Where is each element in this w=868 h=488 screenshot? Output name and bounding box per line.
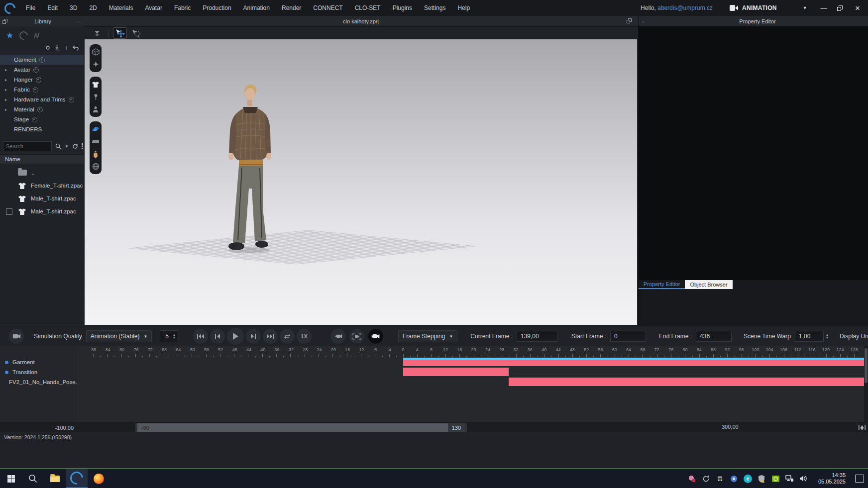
menu-plugins[interactable]: Plugins: [387, 0, 418, 16]
tab-object-browser[interactable]: Object Browser: [685, 280, 732, 289]
clo-library-icon[interactable]: [18, 30, 30, 42]
n-library-icon[interactable]: N: [34, 32, 39, 40]
add-icon[interactable]: +: [64, 44, 68, 52]
library-section-renders[interactable]: RENDERS: [0, 124, 84, 134]
tray-calculator-icon[interactable]: [716, 475, 724, 483]
scene-time-warp-spinner[interactable]: ▲▼: [826, 333, 829, 339]
timeline-vertical-scrollbar[interactable]: [864, 346, 868, 422]
minimize-button[interactable]: —: [820, 4, 827, 12]
turntable-record-icon[interactable]: [330, 329, 345, 344]
refresh-icon[interactable]: [72, 143, 78, 149]
menu-avatar[interactable]: Avatar: [139, 0, 168, 16]
play-button[interactable]: [227, 328, 244, 345]
fabric-icon[interactable]: [90, 123, 102, 135]
quality-steps-spinner[interactable]: 5▲▼: [160, 330, 178, 342]
previous-frame-button[interactable]: [210, 329, 225, 344]
loop-playback-button[interactable]: [280, 329, 295, 344]
download-icon[interactable]: [54, 45, 60, 51]
menu-fabric[interactable]: Fabric: [168, 0, 197, 16]
tray-eset-icon[interactable]: e: [744, 475, 752, 483]
file-row-[interactable]: ..: [0, 166, 84, 179]
menu-animation[interactable]: Animation: [237, 0, 276, 16]
library-collapse-icon[interactable]: ←: [76, 18, 84, 24]
track-area[interactable]: -88-84-80-76-72-68-64-60-56-52-48-44-40-…: [77, 346, 864, 422]
capture-area-icon[interactable]: [349, 329, 364, 344]
mode-switcher[interactable]: ANIMATION ▼: [730, 4, 807, 11]
gravity-drop-tool[interactable]: [91, 28, 104, 38]
menu-2d[interactable]: 2D: [83, 0, 103, 16]
close-button[interactable]: ✕: [854, 4, 861, 12]
search-input[interactable]: [3, 141, 52, 151]
undo-icon[interactable]: [73, 45, 79, 50]
restore-button[interactable]: [837, 5, 844, 11]
taskbar-search-button[interactable]: [22, 469, 44, 488]
library-section-fabric[interactable]: ▸Fabric: [0, 85, 84, 95]
library-section-garment[interactable]: Garment: [0, 55, 84, 65]
select-move-tool[interactable]: [113, 27, 127, 39]
clo-app-button[interactable]: [66, 469, 88, 488]
sparkle-icon[interactable]: [90, 59, 102, 70]
library-section-material[interactable]: ▸Material: [0, 104, 84, 114]
tray-nvidia-icon[interactable]: [771, 475, 780, 483]
file-row-male-t-shirt-zpac[interactable]: Male_T-shirt.zpac: [0, 205, 84, 218]
tab-property-editor[interactable]: Property Editor: [639, 280, 685, 289]
fit-timeline-button[interactable]: [856, 422, 868, 433]
start-button[interactable]: [0, 469, 22, 488]
lasso-select-tool[interactable]: [130, 28, 143, 38]
favorites-star-icon[interactable]: ★: [6, 30, 13, 41]
animation-bar-garment[interactable]: [403, 358, 864, 366]
tray-app-pink-icon[interactable]: [688, 475, 696, 483]
menu-file[interactable]: File: [20, 0, 41, 16]
menu-materials[interactable]: Materials: [103, 0, 139, 16]
current-frame-input[interactable]: [517, 331, 557, 342]
jump-to-end-button[interactable]: [263, 329, 278, 344]
mannequin-icon[interactable]: [90, 148, 102, 160]
tshirt-icon[interactable]: [90, 79, 102, 90]
taskbar-clock[interactable]: 14:3505.05.2025: [818, 472, 846, 485]
library-section-hanger[interactable]: ▸Hanger: [0, 75, 84, 85]
expand-arrow-icon[interactable]: ▸: [5, 107, 11, 112]
track-label-garment[interactable]: Garment: [0, 357, 77, 367]
search-options-caret-icon[interactable]: ▼: [65, 144, 69, 149]
animation-bar-transition[interactable]: [403, 368, 509, 376]
menu-help[interactable]: Help: [451, 0, 476, 16]
menu-settings[interactable]: Settings: [418, 0, 451, 16]
jump-to-start-button[interactable]: [193, 329, 208, 344]
expand-arrow-icon[interactable]: ▸: [5, 88, 11, 92]
iron-icon[interactable]: [90, 136, 102, 147]
chevron-down-icon[interactable]: ▼: [803, 5, 807, 10]
tray-security-shield-icon[interactable]: [758, 475, 766, 483]
tray-network-icon[interactable]: [785, 475, 794, 483]
menu-production[interactable]: Production: [197, 0, 237, 16]
timeline-horizontal-scrollbar[interactable]: -90 130 300,00: [77, 422, 856, 433]
menu-render[interactable]: Render: [276, 0, 307, 16]
library-section-avatar[interactable]: ▸Avatar: [0, 65, 84, 75]
cube-icon[interactable]: [90, 46, 102, 58]
library-section-hardware-and-trims[interactable]: ▸Hardware and Trims: [0, 95, 84, 104]
firefox-button[interactable]: [88, 469, 109, 488]
expand-arrow-icon[interactable]: ▸: [5, 98, 11, 102]
scene-time-warp-input[interactable]: [795, 331, 824, 342]
pin-icon[interactable]: [90, 91, 102, 102]
expand-arrow-icon[interactable]: ▸: [5, 78, 11, 82]
simulation-quality-dropdown[interactable]: Animation (Stable)▼: [86, 330, 152, 342]
file-explorer-button[interactable]: [44, 469, 66, 488]
tray-gear-icon[interactable]: [730, 475, 738, 483]
menu-connect[interactable]: CONNECT: [307, 0, 348, 16]
record-video-button[interactable]: [9, 329, 24, 344]
action-center-icon[interactable]: [855, 475, 864, 483]
file-row-female-t-shirt-zpac[interactable]: Female_T-shirt.zpac: [0, 179, 84, 192]
active-camera-record-icon[interactable]: [368, 329, 383, 344]
expand-arrow-icon[interactable]: ▸: [5, 68, 11, 72]
playback-speed-button[interactable]: 1X: [297, 329, 312, 344]
library-section-stage[interactable]: Stage: [0, 114, 84, 124]
library-popout-icon[interactable]: [2, 19, 7, 24]
file-row-male-t-shirt-zpac[interactable]: Male_T-shirt.zpac: [0, 192, 84, 205]
next-frame-button[interactable]: [246, 329, 261, 344]
globe-icon[interactable]: [90, 161, 102, 172]
menu-edit[interactable]: Edit: [41, 0, 64, 16]
viewport-popout-icon[interactable]: [627, 18, 632, 23]
account-email-link[interactable]: aberdis@umprum.cz: [657, 4, 713, 11]
menu-3d[interactable]: 3D: [64, 0, 83, 16]
end-frame-input[interactable]: [696, 331, 732, 342]
